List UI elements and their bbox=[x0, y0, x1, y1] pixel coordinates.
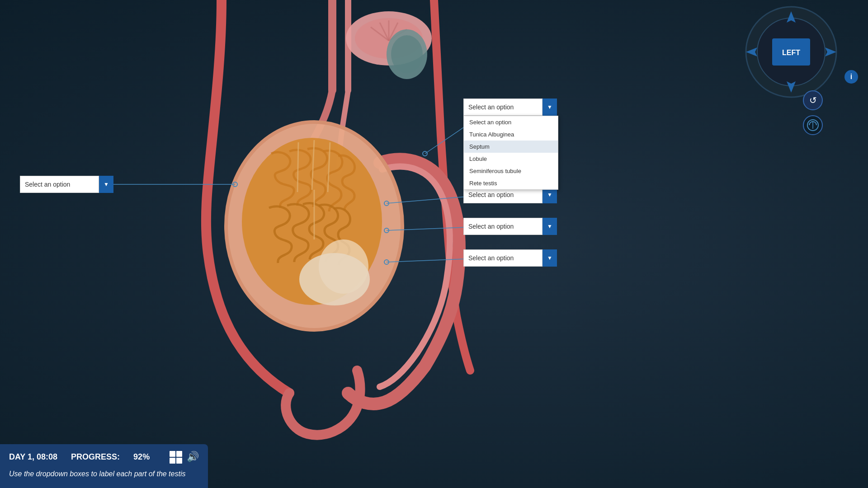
info-icon: i bbox=[850, 73, 852, 81]
compass-reset-button[interactable]: ↺ bbox=[803, 90, 823, 110]
dropdown-left-select[interactable]: Select an option bbox=[20, 176, 99, 193]
navigation-compass: LEFT bbox=[741, 5, 841, 99]
dropdown-top-right-label: Select an option bbox=[464, 103, 518, 111]
progress-value: 92% bbox=[133, 452, 150, 462]
instruction-text: Use the dropdown boxes to label each par… bbox=[9, 469, 199, 479]
dropdown-mr2-select[interactable]: Select an option bbox=[463, 218, 542, 235]
option-select-an-option[interactable]: Select an option bbox=[464, 116, 558, 128]
dropdown-mr3-btn[interactable] bbox=[542, 249, 557, 267]
grid-cell-2 bbox=[176, 451, 182, 457]
progress-label: PROGRESS: bbox=[71, 452, 120, 462]
dropdown-left[interactable]: Select an option bbox=[20, 176, 113, 193]
dropdown-top-right[interactable]: Select an option bbox=[463, 99, 557, 116]
option-rete-testis[interactable]: Rete testis bbox=[464, 177, 558, 189]
svg-point-10 bbox=[391, 35, 423, 73]
grid-cell-4 bbox=[176, 458, 182, 464]
dropdown-mr3-select[interactable]: Select an option bbox=[463, 249, 542, 267]
anatomy-diagram bbox=[0, 0, 868, 488]
option-tunica-albuginea[interactable]: Tunica Albuginea bbox=[464, 128, 558, 141]
sound-icon[interactable]: 🔊 bbox=[187, 451, 199, 464]
option-seminiferous-tubule[interactable]: Seminiferous tubule bbox=[464, 165, 558, 177]
dropdown-mr2[interactable]: Select an option bbox=[463, 218, 557, 235]
dropdown-left-btn[interactable] bbox=[99, 176, 113, 193]
svg-text:LEFT: LEFT bbox=[782, 49, 800, 56]
dropdown-mr1-label: Select an option bbox=[464, 191, 518, 198]
option-lobule[interactable]: Lobule bbox=[464, 153, 558, 165]
grid-icon[interactable] bbox=[170, 451, 182, 464]
view-indicator bbox=[803, 115, 823, 135]
svg-point-19 bbox=[299, 253, 370, 305]
dropdown-mr3-label: Select an option bbox=[464, 254, 518, 262]
day-label: DAY 1, 08:08 bbox=[9, 452, 57, 462]
reset-icon: ↺ bbox=[809, 95, 817, 106]
dropdown-mr2-btn[interactable] bbox=[542, 218, 557, 235]
dropdown-left-label: Select an option bbox=[20, 181, 75, 188]
info-button[interactable]: i bbox=[844, 70, 858, 84]
grid-cell-3 bbox=[170, 458, 175, 464]
info-panel: DAY 1, 08:08 PROGRESS: 92% 🔊 Use the dro… bbox=[0, 444, 208, 488]
dropdown-mr2-label: Select an option bbox=[464, 223, 518, 230]
dropdown-top-right-container: Select an option Select an option Tunica… bbox=[463, 99, 557, 116]
dropdown-top-right-btn[interactable] bbox=[542, 99, 557, 116]
dropdown-top-right-menu: Select an option Tunica Albuginea Septum… bbox=[463, 116, 558, 190]
grid-cell-1 bbox=[170, 451, 175, 457]
option-septum[interactable]: Septum bbox=[464, 141, 558, 153]
info-top-bar: DAY 1, 08:08 PROGRESS: 92% 🔊 bbox=[9, 451, 199, 464]
dropdown-top-right-select[interactable]: Select an option bbox=[463, 99, 542, 116]
dropdown-mr3[interactable]: Select an option bbox=[463, 249, 557, 267]
info-icons: 🔊 bbox=[170, 451, 199, 464]
svg-line-16 bbox=[297, 142, 298, 192]
